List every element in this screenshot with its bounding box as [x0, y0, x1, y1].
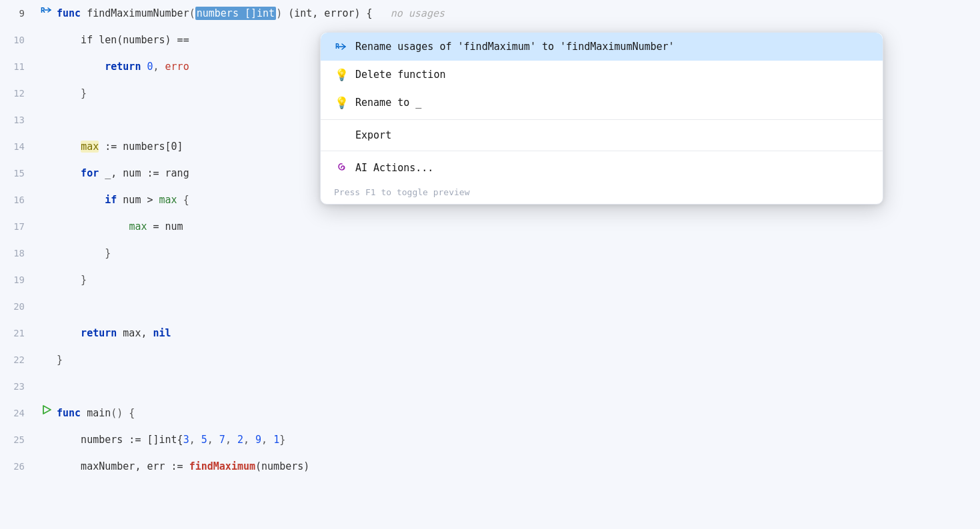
menu-item-delete-function[interactable]: 💡 Delete function: [321, 61, 883, 89]
code-line-26: 26 maxNumber, err := findMaximum(numbers…: [0, 453, 980, 480]
line-number-20: 20: [0, 293, 37, 320]
rename-usages-icon: R: [334, 39, 349, 54]
line-number-25: 25: [0, 426, 37, 453]
menu-item-rename-usages[interactable]: R Rename usages of 'findMaximum' to 'fin…: [321, 33, 883, 61]
line-number-11: 11: [0, 53, 37, 80]
line-content-19: }: [57, 266, 980, 293]
code-line-9: 9 R func findMaximumNumber(numbers []int…: [0, 0, 980, 27]
code-line-25: 25 numbers := []int{3, 5, 7, 2, 9, 1}: [0, 426, 980, 453]
gutter-rename-icon[interactable]: R: [37, 3, 57, 17]
menu-item-ai-label: AI Actions...: [355, 162, 433, 174]
code-line-23: 23: [0, 373, 980, 400]
code-line-21: 21 return max, nil: [0, 320, 980, 346]
line-number-12: 12: [0, 80, 37, 107]
line-number-26: 26: [0, 453, 37, 480]
menu-item-rename-to[interactable]: 💡 Rename to _: [321, 89, 883, 117]
line-number-9: 9: [0, 0, 37, 27]
line-content-9: func findMaximumNumber(numbers []int) (i…: [57, 0, 980, 27]
line-content-18: }: [57, 240, 980, 266]
line-content-17: max = num: [57, 213, 980, 240]
menu-divider-1: [321, 119, 883, 120]
gutter-run-icon[interactable]: [37, 403, 57, 416]
line-number-23: 23: [0, 373, 37, 400]
bulb-delete-icon: 💡: [334, 67, 349, 82]
code-line-22: 22 }: [0, 346, 980, 373]
line-number-14: 14: [0, 133, 37, 160]
context-menu-popup: R Rename usages of 'findMaximum' to 'fin…: [320, 32, 883, 205]
line-number-10: 10: [0, 27, 37, 53]
menu-divider-2: [321, 151, 883, 151]
menu-item-export-label: Export: [355, 129, 391, 141]
line-number-22: 22: [0, 346, 37, 373]
menu-footer-hint: Press F1 to toggle preview: [321, 182, 883, 204]
line-number-19: 19: [0, 266, 37, 293]
code-line-19: 19 }: [0, 266, 980, 293]
line-number-15: 15: [0, 160, 37, 187]
line-number-24: 24: [0, 400, 37, 426]
code-line-18: 18 }: [0, 240, 980, 266]
line-number-18: 18: [0, 240, 37, 266]
bulb-rename-icon: 💡: [334, 95, 349, 110]
code-line-20: 20: [0, 293, 980, 320]
svg-marker-2: [43, 406, 51, 414]
line-content-21: return max, nil: [57, 320, 980, 346]
menu-item-rename-usages-label: Rename usages of 'findMaximum' to 'findM…: [355, 41, 675, 53]
menu-item-delete-label: Delete function: [355, 69, 445, 81]
line-number-17: 17: [0, 213, 37, 240]
line-number-13: 13: [0, 107, 37, 133]
line-number-21: 21: [0, 320, 37, 346]
menu-item-export[interactable]: Export: [321, 123, 883, 148]
menu-item-rename-to-label: Rename to _: [355, 97, 421, 109]
menu-item-ai-actions[interactable]: AI Actions...: [321, 154, 883, 182]
ai-actions-icon: [334, 161, 349, 175]
line-content-26: maxNumber, err := findMaximum(numbers): [57, 453, 980, 480]
code-line-24: 24 func main() {: [0, 400, 980, 426]
line-number-16: 16: [0, 187, 37, 213]
line-content-25: numbers := []int{3, 5, 7, 2, 9, 1}: [57, 426, 980, 453]
editor-area: 9 R func findMaximumNumber(numbers []int…: [0, 0, 980, 529]
line-content-24: func main() {: [57, 400, 980, 426]
code-line-17: 17 max = num: [0, 213, 980, 240]
line-content-22: }: [57, 346, 980, 373]
